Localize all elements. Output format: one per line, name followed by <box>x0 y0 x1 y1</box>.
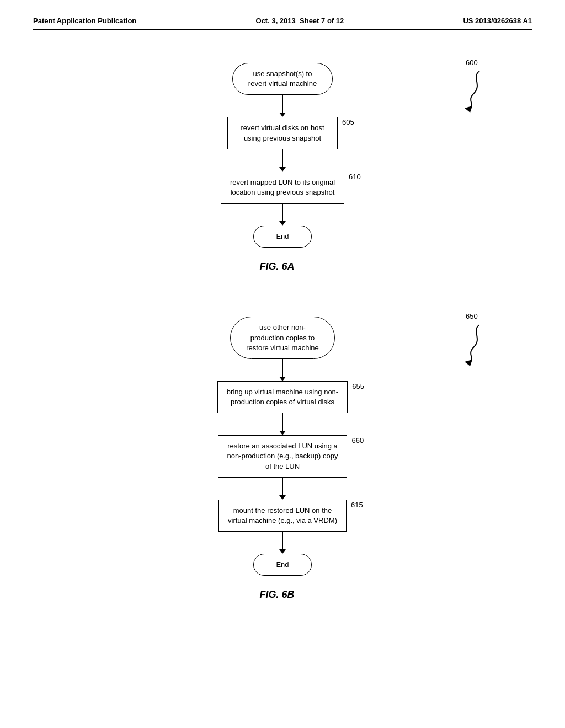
arrow-head <box>279 167 286 172</box>
node-605: revert virtual disks on hostusing previo… <box>227 117 338 149</box>
node-610: revert mapped LUN to its originallocatio… <box>221 172 344 204</box>
arrow-head <box>279 221 286 226</box>
node-start-6a: use snapshot(s) torevert virtual machine <box>232 63 333 95</box>
arrow-1-6b <box>279 359 286 381</box>
arrow-line <box>282 478 283 495</box>
arrow-head <box>279 113 286 117</box>
arrow-line <box>282 359 283 377</box>
ref-num-650: 650 <box>466 312 478 320</box>
arrow-head <box>279 377 286 381</box>
arrow-3-6b <box>279 478 286 500</box>
node-655: bring up virtual machine using non-produ… <box>217 381 348 413</box>
header-center: Oct. 3, 2013 Sheet 7 of 12 <box>256 17 344 25</box>
arrow-head <box>279 431 286 435</box>
svg-marker-0 <box>465 106 472 113</box>
svg-marker-1 <box>465 360 472 366</box>
arrow-4-6b <box>279 532 286 554</box>
arrow-2-6b <box>279 413 286 435</box>
flow-column-6b: use other non-production copies torestor… <box>217 317 348 576</box>
node-615: mount the restored LUN on thevirtual mac… <box>218 500 347 532</box>
label-655: 655 <box>352 382 364 390</box>
squiggle-650 <box>449 322 488 366</box>
label-610: 610 <box>349 173 361 181</box>
end-oval-6b: End <box>253 554 311 576</box>
node-end-6a: End <box>253 226 311 248</box>
ref-650: 650 <box>449 322 488 368</box>
arrow-line <box>282 149 283 167</box>
arrow-2-6a <box>279 149 286 172</box>
node-660: restore an associated LUN using anon-pro… <box>218 435 348 478</box>
diagrams-container: use snapshot(s) torevert virtual machine… <box>33 52 532 601</box>
node-end-6b: End <box>253 554 311 576</box>
ref-num-600: 600 <box>466 58 478 67</box>
start-oval-6b: use other non-production copies torestor… <box>230 317 335 359</box>
arrow-line <box>282 532 283 549</box>
page-header: Patent Application Publication Oct. 3, 2… <box>33 17 532 30</box>
page: Patent Application Publication Oct. 3, 2… <box>0 0 565 728</box>
squiggle-600 <box>449 68 488 113</box>
label-615: 615 <box>351 501 363 509</box>
rect-605: revert virtual disks on hostusing previo… <box>227 117 338 149</box>
header-right: US 2013/0262638 A1 <box>463 17 532 25</box>
flowchart-6b: use other non-production copies torestor… <box>33 317 532 576</box>
fig-label-6a: FIG. 6A <box>22 261 532 272</box>
arrow-head <box>279 549 286 554</box>
arrow-head <box>279 495 286 500</box>
flow-column-6a: use snapshot(s) torevert virtual machine… <box>221 63 344 248</box>
label-660: 660 <box>351 436 364 445</box>
arrow-3-6a <box>279 204 286 226</box>
diagram-fig6b: use other non-production copies torestor… <box>33 317 532 601</box>
arrow-line <box>282 413 283 431</box>
arrow-line <box>282 95 283 113</box>
header-left: Patent Application Publication <box>33 17 136 25</box>
start-oval-6a: use snapshot(s) torevert virtual machine <box>232 63 333 95</box>
end-oval-6a: End <box>253 226 311 248</box>
label-605: 605 <box>342 118 354 126</box>
diagram-fig6a: use snapshot(s) torevert virtual machine… <box>33 63 532 272</box>
rect-615: mount the restored LUN on thevirtual mac… <box>218 500 347 532</box>
arrow-1-6a <box>279 95 286 117</box>
arrow-line <box>282 204 283 221</box>
flowchart-6a: use snapshot(s) torevert virtual machine… <box>33 63 532 248</box>
node-start-6b: use other non-production copies torestor… <box>230 317 335 359</box>
fig-label-6b: FIG. 6B <box>22 589 532 601</box>
rect-610: revert mapped LUN to its originallocatio… <box>221 172 344 204</box>
rect-655: bring up virtual machine using non-produ… <box>217 381 348 413</box>
rect-660: restore an associated LUN using anon-pro… <box>218 435 348 478</box>
ref-600: 600 <box>449 68 488 115</box>
